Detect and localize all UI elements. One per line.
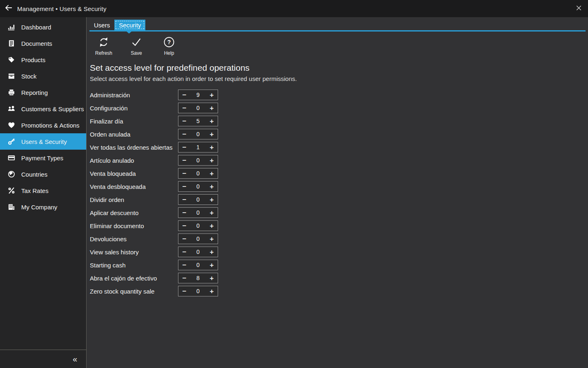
refresh-label: Refresh: [95, 50, 112, 56]
sidebar-item-reporting[interactable]: Reporting: [0, 84, 86, 101]
box-icon: [7, 72, 16, 80]
decrement-button[interactable]: −: [178, 273, 190, 283]
sidebar-item-label: Stock: [21, 73, 37, 80]
stepper-value[interactable]: 0: [190, 103, 206, 113]
decrement-button[interactable]: −: [178, 234, 190, 244]
help-button[interactable]: ? Help: [153, 36, 185, 56]
sidebar-item-label: Countries: [21, 171, 47, 178]
stepper-value[interactable]: 0: [190, 247, 206, 257]
sidebar-item-my-company[interactable]: My Company: [0, 199, 86, 215]
sidebar-item-documents[interactable]: Documents: [0, 35, 86, 52]
decrement-button[interactable]: −: [178, 155, 190, 165]
access-level-stepper: − 0 +: [178, 247, 218, 257]
operation-label: Eliminar documento: [90, 222, 178, 229]
increment-button[interactable]: +: [206, 155, 218, 165]
stepper-value[interactable]: 0: [190, 155, 206, 165]
increment-button[interactable]: +: [206, 168, 218, 178]
sidebar-item-users-security[interactable]: Users & Security: [0, 133, 86, 150]
increment-button[interactable]: +: [206, 221, 218, 231]
stepper-value[interactable]: 0: [190, 260, 206, 270]
access-level-stepper: − 8 +: [178, 273, 218, 283]
tab-users[interactable]: Users: [89, 20, 114, 30]
decrement-button[interactable]: −: [178, 195, 190, 204]
decrement-button[interactable]: −: [178, 116, 190, 126]
checkmark-icon: [130, 36, 143, 48]
decrement-button[interactable]: −: [178, 260, 190, 270]
sidebar-item-customers-suppliers[interactable]: Customers & Suppliers: [0, 101, 86, 117]
access-level-stepper: − 0 +: [178, 233, 218, 244]
decrement-button[interactable]: −: [178, 103, 190, 113]
stepper-value[interactable]: 0: [190, 208, 206, 218]
tab-security[interactable]: Security: [114, 20, 145, 30]
increment-button[interactable]: +: [206, 142, 218, 152]
access-level-stepper: − 0 +: [178, 220, 218, 231]
stepper-value[interactable]: 0: [190, 221, 206, 231]
operation-label: Ver todas las órdenes abiertas: [90, 144, 178, 151]
increment-button[interactable]: +: [206, 273, 218, 283]
sidebar-item-countries[interactable]: Countries: [0, 166, 86, 182]
tab-underline: [89, 30, 586, 31]
operation-label: Zero stock quantity sale: [90, 288, 178, 295]
access-level-stepper: − 0 +: [178, 194, 218, 205]
decrement-button[interactable]: −: [178, 208, 190, 218]
operation-row: Configuración − 0 +: [90, 101, 588, 114]
stepper-value[interactable]: 0: [190, 234, 206, 244]
close-button[interactable]: [572, 2, 586, 15]
back-button[interactable]: [0, 0, 17, 17]
sidebar-item-label: Reporting: [21, 89, 48, 96]
people-icon: [7, 105, 16, 113]
increment-button[interactable]: +: [206, 116, 218, 126]
stepper-value[interactable]: 5: [190, 116, 206, 126]
decrement-button[interactable]: −: [178, 286, 190, 296]
stepper-value[interactable]: 0: [190, 168, 206, 178]
sidebar-item-products[interactable]: Products: [0, 52, 86, 68]
operation-row: Venta bloqueada − 0 +: [90, 167, 588, 180]
increment-button[interactable]: +: [206, 129, 218, 139]
stepper-value[interactable]: 0: [190, 182, 206, 191]
stepper-value[interactable]: 0: [190, 195, 206, 204]
decrement-button[interactable]: −: [178, 168, 190, 178]
decrement-button[interactable]: −: [178, 247, 190, 257]
increment-button[interactable]: +: [206, 90, 218, 100]
key-icon: [7, 137, 16, 146]
increment-button[interactable]: +: [206, 247, 218, 257]
price-tag-icon: [7, 56, 16, 64]
operation-row: Aplicar descuento − 0 +: [90, 206, 588, 219]
sidebar-item-payment-types[interactable]: Payment Types: [0, 150, 86, 166]
operation-row: Venta desbloqueada − 0 +: [90, 180, 588, 193]
decrement-button[interactable]: −: [178, 142, 190, 152]
operation-label: Administración: [90, 92, 178, 99]
increment-button[interactable]: +: [206, 103, 218, 113]
increment-button[interactable]: +: [206, 208, 218, 218]
save-button[interactable]: Save: [120, 36, 153, 56]
operation-row: Finalizar día − 5 +: [90, 114, 588, 128]
increment-button[interactable]: +: [206, 286, 218, 296]
increment-button[interactable]: +: [206, 182, 218, 191]
sidebar-item-tax-rates[interactable]: Tax Rates: [0, 182, 86, 199]
operation-label: Artículo anulado: [90, 157, 178, 164]
main-content: Users Security Refresh Save ?: [87, 17, 588, 368]
printer-icon: [7, 88, 16, 96]
collapse-sidebar-button[interactable]: «: [69, 353, 80, 365]
sidebar-item-stock[interactable]: Stock: [0, 68, 86, 84]
decrement-button[interactable]: −: [178, 182, 190, 191]
stepper-value[interactable]: 1: [190, 142, 206, 152]
sidebar: Dashboard Documents Products Stock: [0, 17, 87, 368]
stepper-value[interactable]: 0: [190, 286, 206, 296]
refresh-button[interactable]: Refresh: [87, 36, 120, 56]
decrement-button[interactable]: −: [178, 129, 190, 139]
access-level-stepper: − 0 +: [178, 286, 218, 296]
increment-button[interactable]: +: [206, 260, 218, 270]
stepper-value[interactable]: 8: [190, 273, 206, 283]
access-level-stepper: − 9 +: [178, 90, 218, 100]
operation-label: Finalizar día: [90, 118, 178, 125]
decrement-button[interactable]: −: [178, 90, 190, 100]
decrement-button[interactable]: −: [178, 221, 190, 231]
stepper-value[interactable]: 0: [190, 129, 206, 139]
increment-button[interactable]: +: [206, 195, 218, 204]
increment-button[interactable]: +: [206, 234, 218, 244]
sidebar-item-dashboard[interactable]: Dashboard: [0, 19, 86, 35]
document-lines-icon: [7, 39, 16, 47]
sidebar-item-promotions-actions[interactable]: Promotions & Actions: [0, 117, 86, 133]
stepper-value[interactable]: 9: [190, 90, 206, 100]
